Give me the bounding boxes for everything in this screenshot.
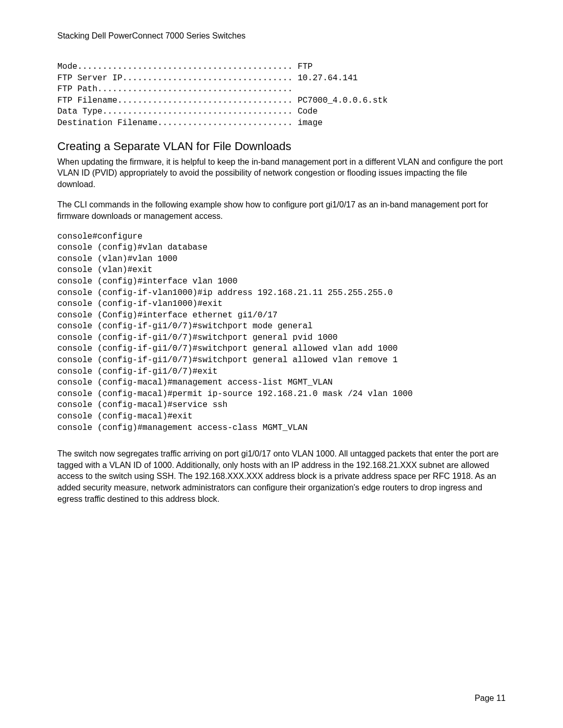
page-footer: Page 11 — [474, 694, 506, 703]
section-heading: Creating a Separate VLAN for File Downlo… — [57, 140, 506, 153]
paragraph-3: The switch now segregates traffic arrivi… — [57, 448, 506, 504]
header-title: Stacking Dell PowerConnect 7000 Series S… — [57, 31, 246, 40]
paragraph-2: The CLI commands in the following exampl… — [57, 199, 506, 221]
document-header: Stacking Dell PowerConnect 7000 Series S… — [57, 31, 506, 41]
paragraph-1: When updating the firmware, it is helpfu… — [57, 156, 506, 190]
cli-commands-block: console#configure console (config)#vlan … — [57, 231, 506, 434]
config-output-block: Mode....................................… — [57, 61, 506, 129]
page-number: Page 11 — [474, 694, 506, 702]
